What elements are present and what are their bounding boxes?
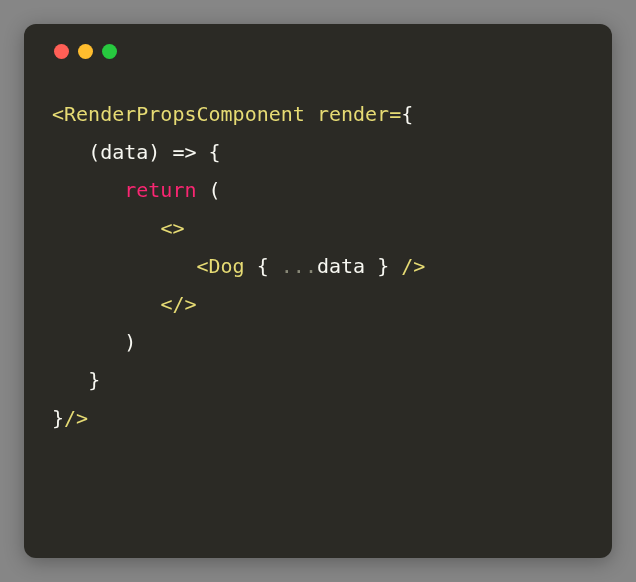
- code-token: <Dog: [197, 254, 257, 278]
- code-token: }: [88, 368, 100, 392]
- code-token: [52, 368, 88, 392]
- code-token: />: [64, 406, 88, 430]
- code-token: }: [52, 406, 64, 430]
- zoom-icon[interactable]: [102, 44, 117, 59]
- code-token: {: [401, 102, 413, 126]
- code-token: ...: [281, 254, 317, 278]
- code-token: ): [52, 330, 136, 354]
- code-token: (: [197, 178, 221, 202]
- code-window: <RenderPropsComponent render={ (data) =>…: [24, 24, 612, 558]
- code-token: <RenderPropsComponent render=: [52, 102, 401, 126]
- code-token: [52, 254, 197, 278]
- code-token: return: [124, 178, 196, 202]
- code-block: <RenderPropsComponent render={ (data) =>…: [52, 95, 584, 437]
- code-token: [52, 178, 124, 202]
- code-token: {: [209, 140, 221, 164]
- code-token: ): [148, 140, 160, 164]
- code-token: [52, 140, 88, 164]
- code-token: [52, 292, 160, 316]
- code-token: {: [257, 254, 281, 278]
- code-token: </>: [160, 292, 196, 316]
- code-token: [52, 216, 160, 240]
- code-token: (: [88, 140, 100, 164]
- code-token: data: [100, 140, 148, 164]
- minimize-icon[interactable]: [78, 44, 93, 59]
- traffic-lights: [54, 44, 584, 59]
- code-token: data: [317, 254, 365, 278]
- code-token: <>: [160, 216, 184, 240]
- close-icon[interactable]: [54, 44, 69, 59]
- code-token: }: [365, 254, 401, 278]
- code-token: =>: [160, 140, 208, 164]
- code-token: />: [401, 254, 425, 278]
